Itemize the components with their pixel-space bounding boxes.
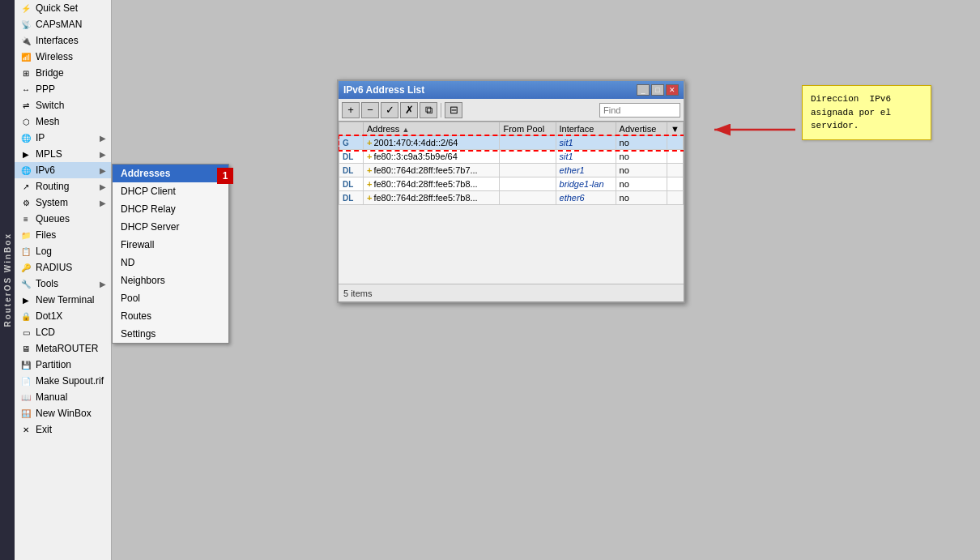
arrow-icon: ▶ [100,182,106,191]
item-count: 5 items [343,289,372,298]
main-area: ForoISP IPv6 Address List _ □ ✕ + − ✓ ✗ … [112,0,980,560]
sidebar-label-dot1x: Dot1X [36,310,62,322]
find-input[interactable] [599,103,680,118]
col-extra[interactable]: ▼ [667,122,684,136]
sidebar-item-wireless[interactable]: 📶Wireless [15,49,111,65]
submenu-item-pool[interactable]: Pool [113,289,228,307]
bridge-icon: ⊞ [19,66,32,79]
sidebar-item-queues[interactable]: ≡Queues [15,211,111,227]
table-row[interactable]: G+2001:470:4:4dd::2/64sit1no [339,136,684,150]
sidebar-item-dot1x[interactable]: 🔒Dot1X [15,308,111,324]
sidebar-label-capsman: CAPsMAN [36,19,82,30]
row-from-pool [500,150,556,164]
sidebar-item-radius[interactable]: 🔑RADIUS [15,259,111,276]
arrow-icon: ▶ [100,280,106,289]
filter-button[interactable]: ⊟ [445,102,462,118]
sidebar-item-partition[interactable]: 💾Partition [15,357,111,373]
submenu-item-dhcp-client[interactable]: DHCP Client [113,182,228,200]
sidebar-item-metarouter[interactable]: 🖥MetaROUTER [15,340,111,357]
row-from-pool [500,177,556,191]
row-advertise: no [616,191,667,205]
tools-icon: 🔧 [19,277,32,290]
sidebar-item-manual[interactable]: 📖Manual [15,389,111,405]
add-button[interactable]: + [342,102,360,118]
submenu-item-dhcp-relay[interactable]: DHCP Relay [113,200,228,218]
sidebar-label-wireless: Wireless [36,51,73,62]
sidebar-item-quick-set[interactable]: ⚡Quick Set [15,0,111,16]
row-flag: DL [339,164,364,177]
sidebar-item-lcd[interactable]: ▭LCD [15,324,111,340]
annotation-arrow [706,113,803,146]
sidebar-item-switch[interactable]: ⇌Switch [15,97,111,113]
row-address: +fe80::764d:28ff:fee5:7b7... [364,164,500,177]
submenu-item-neighbors[interactable]: Neighbors [113,271,228,289]
row-advertise: no [616,177,667,191]
sidebar-label-exit: Exit [36,424,52,435]
col-address[interactable]: Address ▲ [364,122,500,136]
row-interface: ether1 [556,164,616,177]
submenu-item-dhcp-server[interactable]: DHCP Server [113,218,228,236]
close-button[interactable]: ✕ [666,84,679,96]
sidebar-item-bridge[interactable]: ⊞Bridge [15,65,111,81]
mesh-icon: ⬡ [19,115,32,128]
table-row[interactable]: DL+fe80::764d:28ff:fee5:7b8...ether6no [339,191,684,205]
capsman-icon: 📡 [19,18,32,31]
sidebar-item-mesh[interactable]: ⬡Mesh [15,113,111,130]
sidebar-item-make-supout[interactable]: 📄Make Supout.rif [15,373,111,389]
sidebar-item-interfaces[interactable]: 🔌Interfaces [15,32,111,49]
sidebar-item-ipv6[interactable]: 🌐IPv6▶ [15,162,111,178]
col-interface[interactable]: Interface [556,122,616,136]
sidebar-item-routing[interactable]: ↗Routing▶ [15,178,111,195]
sidebar-item-new-winbox[interactable]: 🪟New WinBox [15,405,111,421]
sidebar-item-ip[interactable]: 🌐IP▶ [15,130,111,146]
row-advertise: no [616,136,667,150]
metarouter-icon: 🖥 [19,342,32,355]
sidebar: ⚡Quick Set📡CAPsMAN🔌Interfaces📶Wireless⊞B… [15,0,112,560]
sidebar-item-system[interactable]: ⚙System▶ [15,195,111,211]
remove-button[interactable]: − [361,102,379,118]
sidebar-item-capsman[interactable]: 📡CAPsMAN [15,16,111,32]
col-advertise[interactable]: Advertise [616,122,667,136]
sidebar-label-new-winbox: New WinBox [36,408,92,419]
row-address: +2001:470:4:4dd::2/64 [364,136,500,150]
submenu-item-routes[interactable]: Routes [113,307,228,325]
row-address: +fe80::3:c9a3:5b9e/64 [364,150,500,164]
copy-button[interactable]: ⧉ [420,102,437,118]
sidebar-item-files[interactable]: 📁Files [15,227,111,243]
uncheck-button[interactable]: ✗ [400,102,418,118]
submenu-item-firewall[interactable]: Firewall [113,236,228,254]
row-flag: DL [339,177,364,191]
sidebar-label-ppp: PPP [36,83,55,95]
sidebar-item-new-terminal[interactable]: ▶New Terminal [15,292,111,308]
maximize-button[interactable]: □ [651,84,664,96]
submenu-item-settings[interactable]: Settings [113,325,228,343]
submenu-item-nd[interactable]: ND [113,254,228,271]
submenu-item-addresses[interactable]: Addresses [113,165,228,182]
arrow-icon: ▶ [100,166,106,175]
new-winbox-icon: 🪟 [19,407,32,420]
row-from-pool [500,191,556,205]
table-header-row: Address ▲ From Pool Interface Advertise … [339,122,684,136]
table-container: Address ▲ From Pool Interface Advertise … [339,122,684,284]
check-button[interactable]: ✓ [381,102,398,118]
sidebar-item-ppp[interactable]: ↔PPP [15,81,111,97]
sidebar-label-lcd: LCD [36,327,55,338]
table-row[interactable]: DL+fe80::3:c9a3:5b9e/64sit1no [339,150,684,164]
sidebar-label-tools: Tools [36,278,58,289]
ipv6-address-list-window: IPv6 Address List _ □ ✕ + − ✓ ✗ ⧉ ⊟ [337,79,685,303]
col-flag [339,122,364,136]
manual-icon: 📖 [19,391,32,404]
sidebar-item-mpls[interactable]: ▶MPLS▶ [15,146,111,162]
sidebar-item-tools[interactable]: 🔧Tools▶ [15,276,111,292]
sidebar-item-log[interactable]: 📋Log [15,243,111,259]
table-row[interactable]: DL+fe80::764d:28ff:fee5:7b8...bridge1-la… [339,177,684,191]
col-from-pool[interactable]: From Pool [500,122,556,136]
row-from-pool [500,136,556,150]
row-advertise: no [616,150,667,164]
switch-icon: ⇌ [19,99,32,112]
table-row[interactable]: DL+fe80::764d:28ff:fee5:7b7...ether1no [339,164,684,177]
minimize-button[interactable]: _ [637,84,650,96]
queues-icon: ≡ [19,212,32,225]
sidebar-item-exit[interactable]: ✕Exit [15,421,111,438]
routing-icon: ↗ [19,180,32,193]
